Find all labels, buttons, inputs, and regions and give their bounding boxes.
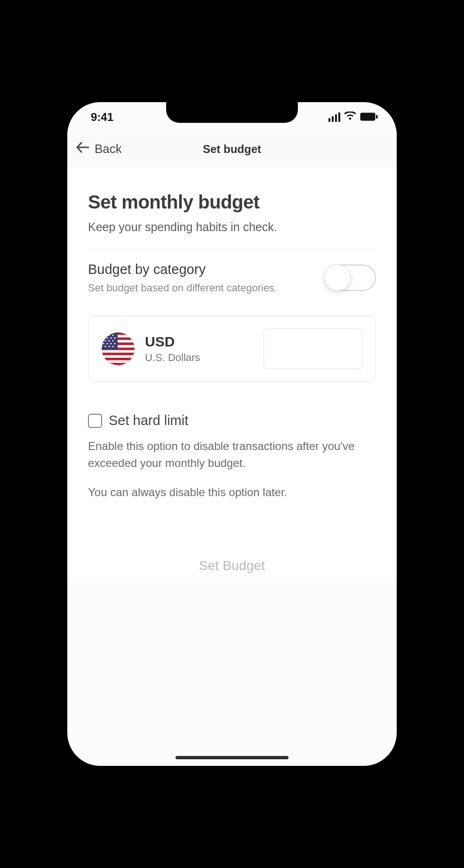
hard-limit-description: Enable this option to disable transactio… [88,438,376,472]
currency-code: USD [145,334,253,350]
svg-rect-7 [102,350,135,353]
back-button[interactable]: Back [76,141,122,157]
svg-point-18 [114,337,115,338]
budget-by-category-description: Set budget based on different categories… [88,282,277,294]
svg-point-30 [112,346,113,347]
svg-point-11 [102,334,103,336]
us-flag-icon [102,332,135,365]
set-budget-button[interactable]: Set Budget [88,551,376,581]
phone-frame: 9:41 Back Set budget Set monthly budget … [67,102,397,766]
currency-name: U.S. Dollars [145,352,253,364]
svg-point-12 [104,334,106,336]
status-indicators [328,111,378,124]
svg-point-17 [110,337,112,338]
cellular-signal-icon [328,113,341,122]
svg-rect-8 [102,355,135,358]
svg-rect-9 [102,360,135,362]
page-title: Set monthly budget [88,192,376,213]
svg-rect-4 [102,335,135,337]
svg-point-22 [112,340,113,341]
svg-point-25 [110,343,112,344]
hard-limit-label: Set hard limit [109,413,188,428]
svg-point-23 [103,343,104,344]
content: Set monthly budget Keep your spending ha… [67,166,397,581]
svg-point-29 [108,346,110,347]
home-indicator[interactable] [176,756,288,759]
svg-point-24 [106,343,108,344]
battery-icon [360,111,378,124]
back-label: Back [95,142,122,156]
hard-limit-note: You can always disable this option later… [88,486,376,499]
device-notch [166,102,298,123]
hard-limit-checkbox[interactable] [88,414,102,428]
svg-point-19 [102,340,103,341]
budget-amount-input[interactable] [264,329,362,369]
toggle-knob [324,265,351,291]
wifi-icon [344,111,356,124]
hard-limit-section: Set hard limit Enable this option to dis… [88,413,376,499]
page-subtitle: Keep your spending habits in check. [88,220,376,234]
svg-point-15 [103,337,104,338]
budget-by-category-toggle[interactable] [324,265,376,291]
nav-bar: Back Set budget [67,132,397,166]
currency-card: USD U.S. Dollars [88,316,376,382]
currency-text: USD U.S. Dollars [145,334,253,364]
svg-point-16 [106,337,108,338]
svg-rect-1 [376,115,378,119]
budget-by-category-row: Budget by category Set budget based on d… [88,262,376,294]
hard-limit-row: Set hard limit [88,413,376,428]
svg-point-14 [112,334,113,336]
svg-point-21 [108,340,110,341]
svg-point-26 [114,343,115,344]
svg-point-20 [104,340,106,341]
arrow-left-icon [76,141,90,157]
status-time: 9:41 [91,111,113,124]
divider [88,249,376,249]
svg-point-28 [104,346,106,347]
svg-rect-0 [360,113,376,121]
budget-by-category-title: Budget by category [88,262,277,277]
svg-point-13 [108,334,110,336]
